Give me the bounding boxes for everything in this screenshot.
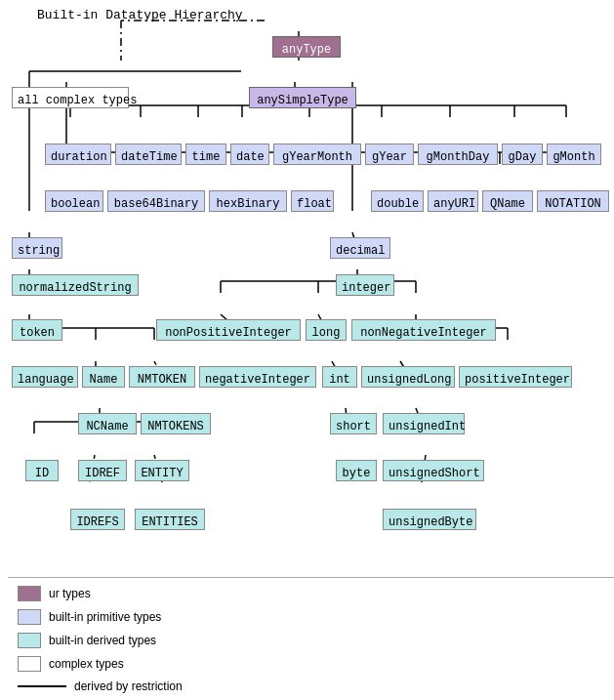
node-anyType: anyType	[272, 36, 341, 58]
node-IDREF: IDREF	[78, 460, 127, 481]
node-ID: ID	[25, 460, 59, 481]
node-float: float	[291, 190, 334, 212]
legend-box-derived	[18, 633, 41, 648]
node-gYear: gYear	[365, 144, 414, 165]
node-hexBinary: hexBinary	[209, 190, 287, 212]
legend-line-solid	[18, 685, 66, 687]
legend: ur types built-in primitive types built-…	[8, 577, 614, 700]
diagram-container: Built-in Datatype Hierarchy	[0, 0, 614, 700]
diagram-title: Built-in Datatype Hierarchy	[37, 8, 606, 22]
node-language: language	[12, 366, 78, 388]
legend-complex: complex types	[18, 656, 301, 672]
node-negativeInteger: negativeInteger	[199, 366, 316, 388]
node-unsignedShort: unsignedShort	[383, 460, 484, 481]
legend-right: derived by restriction derived by list d…	[18, 679, 330, 700]
node-gYearMonth: gYearMonth	[273, 144, 361, 165]
node-integer: integer	[336, 274, 394, 296]
nodes-layer: anyTypeanySimpleTypeall complex typesdur…	[8, 26, 606, 573]
node-Name: Name	[82, 366, 125, 388]
node-decimal: decimal	[330, 237, 390, 259]
node-normalizedString: normalizedString	[12, 274, 139, 296]
legend-box-primitive	[18, 609, 41, 625]
node-gMonthDay: gMonthDay	[418, 144, 498, 165]
node-positiveInteger: positiveInteger	[459, 366, 572, 388]
node-boolean: boolean	[45, 190, 103, 212]
node-QName: QName	[482, 190, 533, 212]
node-date: date	[230, 144, 269, 165]
legend-ur-types: ur types	[18, 586, 301, 601]
legend-restriction: derived by restriction	[18, 679, 330, 693]
legend-box-complex	[18, 656, 41, 672]
node-duration: duration	[45, 144, 111, 165]
node-gMonth: gMonth	[547, 144, 601, 165]
legend-label-ur: ur types	[49, 587, 91, 600]
node-double: double	[371, 190, 424, 212]
node-token: token	[12, 319, 62, 341]
node-ENTITIES: ENTITIES	[135, 509, 205, 530]
node-gDay: gDay	[502, 144, 543, 165]
node-nonNegativeInteger: nonNegativeInteger	[351, 319, 496, 341]
node-nonPositiveInteger: nonPositiveInteger	[156, 319, 301, 341]
legend-left: ur types built-in primitive types built-…	[18, 586, 301, 679]
node-string: string	[12, 237, 62, 259]
node-short: short	[330, 413, 377, 434]
legend-label-derived: built-in derived types	[49, 634, 156, 647]
node-allComplexTypes: all complex types	[12, 87, 129, 108]
legend-label-primitive: built-in primitive types	[49, 610, 161, 624]
legend-box-ur	[18, 586, 41, 601]
legend-label-complex: complex types	[49, 657, 124, 671]
legend-primitive: built-in primitive types	[18, 609, 301, 625]
node-long: long	[306, 319, 347, 341]
node-unsignedByte: unsignedByte	[383, 509, 476, 530]
node-dateTime: dateTime	[115, 144, 182, 165]
legend-label-restriction: derived by restriction	[74, 679, 183, 693]
legend-derived: built-in derived types	[18, 633, 301, 648]
node-anySimpleType: anySimpleType	[249, 87, 356, 108]
node-anyURI: anyURI	[428, 190, 478, 212]
node-int: int	[322, 366, 357, 388]
node-NCName: NCName	[78, 413, 137, 434]
node-time: time	[185, 144, 226, 165]
node-IDREFS: IDREFS	[70, 509, 125, 530]
node-NMTOKENS: NMTOKENS	[141, 413, 211, 434]
node-byte: byte	[336, 460, 377, 481]
node-base64Binary: base64Binary	[107, 190, 205, 212]
node-NOTATION: NOTATION	[537, 190, 609, 212]
node-unsignedInt: unsignedInt	[383, 413, 465, 434]
node-unsignedLong: unsignedLong	[361, 366, 455, 388]
node-NMTOKEN: NMTOKEN	[129, 366, 195, 388]
node-ENTITY: ENTITY	[135, 460, 189, 481]
